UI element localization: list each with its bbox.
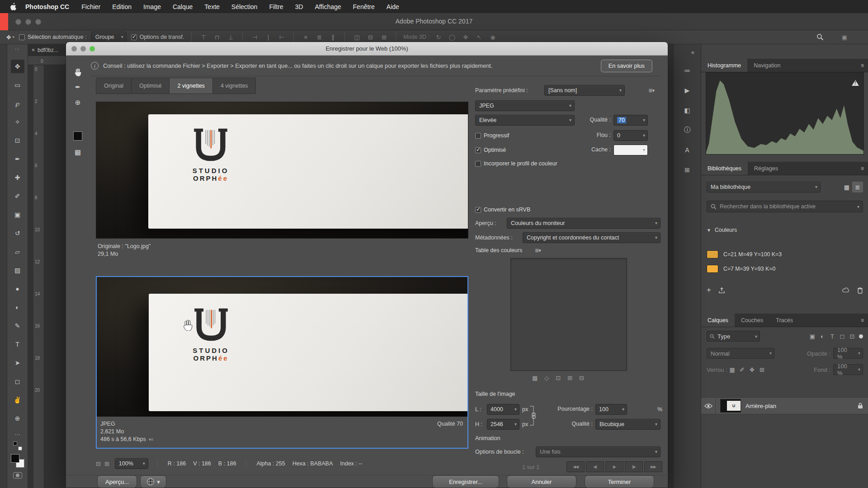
distribute-left-icon[interactable]: ◫ xyxy=(352,34,361,41)
dodge-tool[interactable]: ◐ xyxy=(11,300,24,314)
optimized-preview-image[interactable]: STUDIO ORPHée xyxy=(97,277,467,417)
layer-thumbnail[interactable]: U xyxy=(720,399,741,413)
preset-dropdown[interactable]: [Sans nom] xyxy=(544,85,625,96)
tab-histogramme[interactable]: Histogramme xyxy=(701,59,747,72)
library-search-input[interactable] xyxy=(720,203,859,210)
layer-filter-type[interactable]: Type xyxy=(707,331,760,342)
preset-menu-icon[interactable]: ≣▾ xyxy=(648,88,654,94)
optimized-checkbox[interactable]: Optimisé xyxy=(475,147,506,153)
websafe-shift-icon[interactable]: ◇ xyxy=(544,375,549,381)
toggle-slices-icon[interactable]: ▦ xyxy=(71,146,85,159)
done-button[interactable]: Terminer xyxy=(585,475,654,488)
lock-transparency-icon[interactable]: ▦ xyxy=(727,366,737,373)
library-swatch-row[interactable]: C=7 M=39 Y=93 K=0 xyxy=(707,265,863,273)
distribute-top-icon[interactable]: ≡ xyxy=(301,34,310,41)
menu-filtre[interactable]: Filtre xyxy=(263,3,289,10)
previous-frame-button[interactable]: ◀| xyxy=(586,461,604,472)
menu-image[interactable]: Image xyxy=(137,3,167,10)
original-preview-image[interactable]: STUDIO ORPHée xyxy=(96,102,468,239)
transform-controls-checkbox[interactable]: Options de transf. xyxy=(131,34,184,40)
dialog-titlebar[interactable]: Enregistrer pour le Web (100%) xyxy=(66,42,668,56)
grid-view-icon[interactable]: ▦ xyxy=(841,182,852,192)
panel-menu-icon[interactable]: ≡ xyxy=(861,165,868,172)
cancel-button[interactable]: Annuler xyxy=(507,475,576,488)
tab-calques[interactable]: Calques xyxy=(701,314,735,327)
tab-optimise[interactable]: Optimisé xyxy=(132,78,170,94)
delete-color-icon[interactable]: ⊟ xyxy=(579,375,584,381)
filter-type-layers-icon[interactable]: T xyxy=(827,333,837,340)
preview-button[interactable]: Aperçu... xyxy=(97,475,137,488)
layer-row-arriere-plan[interactable]: U Arrière-plan xyxy=(701,397,868,414)
move-tool[interactable]: ✥ xyxy=(11,60,24,73)
menu-fichier[interactable]: Fichier xyxy=(75,3,106,10)
add-content-icon[interactable]: + xyxy=(707,286,711,295)
progressive-checkbox[interactable]: Progressif xyxy=(475,132,509,139)
lock-pixels-icon[interactable]: ✐ xyxy=(737,366,747,373)
filter-shape-layers-icon[interactable]: ◻ xyxy=(837,333,847,340)
type-tool[interactable]: T xyxy=(11,338,24,351)
pen-tool[interactable]: ✎ xyxy=(11,319,24,333)
color-swatch[interactable] xyxy=(707,250,718,258)
tab-traces[interactable]: Tracés xyxy=(769,314,799,327)
compression-dropdown[interactable]: Elevée xyxy=(475,115,575,126)
dither-swatch-icon[interactable]: ▩ xyxy=(532,375,538,381)
tool-preset-icon[interactable]: ✥▾ xyxy=(6,34,14,41)
height-field[interactable]: 2546 xyxy=(487,419,519,430)
preview-in-browser-button[interactable]: ▾ xyxy=(140,475,166,488)
toolbar-drag-handle[interactable]: •• xyxy=(15,47,19,52)
eyedropper-color-swatch[interactable] xyxy=(73,131,82,141)
document-tab[interactable]: × bdf0bz... xyxy=(28,44,66,56)
clone-source-panel-icon[interactable]: ⊞ xyxy=(680,163,694,177)
edit-toolbar-icon[interactable]: ⋯ xyxy=(14,431,20,438)
color-swatch[interactable] xyxy=(707,265,718,273)
hand-tool[interactable]: ✌ xyxy=(11,393,24,407)
healing-brush-tool[interactable]: ✚ xyxy=(11,171,24,184)
filter-toggle-icon[interactable] xyxy=(859,334,863,338)
format-dropdown[interactable]: JPEG xyxy=(475,100,575,111)
slice-eyedropper-icon[interactable]: ✒ xyxy=(71,81,85,94)
zoom-tool-icon[interactable]: ⊕ xyxy=(71,96,85,109)
clone-stamp-tool[interactable]: ▣ xyxy=(11,208,24,221)
actions-panel-icon[interactable]: ▶ xyxy=(680,84,694,97)
quick-mask-icon[interactable] xyxy=(13,472,22,479)
distribute-bottom-icon[interactable]: ∥ xyxy=(328,34,337,41)
tab-navigation[interactable]: Navigation xyxy=(747,59,787,72)
align-center-icon[interactable]: ∣ xyxy=(264,34,273,41)
cached-data-warning-icon[interactable] xyxy=(852,76,859,86)
lasso-tool[interactable]: ℘ xyxy=(11,97,24,110)
sync-icon[interactable] xyxy=(842,287,850,293)
section-caret-icon[interactable]: ▼ xyxy=(707,228,711,233)
tab-4-vignettes[interactable]: 4 vignettes xyxy=(213,78,256,94)
tab-reglages[interactable]: Réglages xyxy=(748,162,784,175)
info-panel-icon[interactable]: ⓘ xyxy=(680,123,694,137)
panel-menu-icon[interactable]: ≡ xyxy=(861,62,868,69)
next-frame-button[interactable]: |▶ xyxy=(625,461,643,472)
tab-original[interactable]: Original xyxy=(96,78,132,94)
link-dimensions-icon[interactable] xyxy=(528,403,536,429)
resample-dropdown[interactable]: Bicubique xyxy=(595,419,660,430)
tab-couches[interactable]: Couches xyxy=(735,314,769,327)
lock-position-icon[interactable]: ✥ xyxy=(747,366,757,373)
blur-tool[interactable]: ● xyxy=(11,282,24,296)
opacity-field[interactable]: 100 % xyxy=(833,348,863,359)
collapse-panels-icon[interactable]: « xyxy=(691,49,701,56)
loop-options-dropdown[interactable]: Une fois xyxy=(536,446,660,457)
styles-panel-icon[interactable]: ◧ xyxy=(680,103,694,117)
library-swatch-row[interactable]: C=21 M=49 Y=100 K=3 xyxy=(707,250,863,258)
history-brush-tool[interactable]: ↺ xyxy=(11,226,24,240)
color-table-menu-icon[interactable]: ≣▾ xyxy=(535,248,541,253)
align-right-icon[interactable]: ⊢ xyxy=(277,34,286,41)
menu-fenetre[interactable]: Fenêtre xyxy=(347,3,381,10)
menu-edition[interactable]: Edition xyxy=(106,3,137,10)
save-button[interactable]: Enregistrer... xyxy=(432,475,499,488)
align-bottom-icon[interactable]: ⊥ xyxy=(226,34,235,41)
path-selection-tool[interactable]: ➤ xyxy=(11,356,24,370)
percent-field[interactable]: 100 xyxy=(595,404,627,415)
menu-affichage[interactable]: Affichage xyxy=(309,3,347,10)
menu-aide[interactable]: Aide xyxy=(381,3,405,10)
tab-2-vignettes[interactable]: 2 vignettes xyxy=(170,78,212,94)
optimized-preview-pane[interactable]: STUDIO ORPHée JPEG 2,621 Mo 486 s à 56,6… xyxy=(96,276,468,449)
preview-mode-dropdown[interactable]: Couleurs du moniteur xyxy=(507,218,660,229)
convert-srgb-checkbox[interactable]: Convertir en sRVB xyxy=(475,206,530,213)
layer-visibility-toggle[interactable] xyxy=(701,397,716,414)
